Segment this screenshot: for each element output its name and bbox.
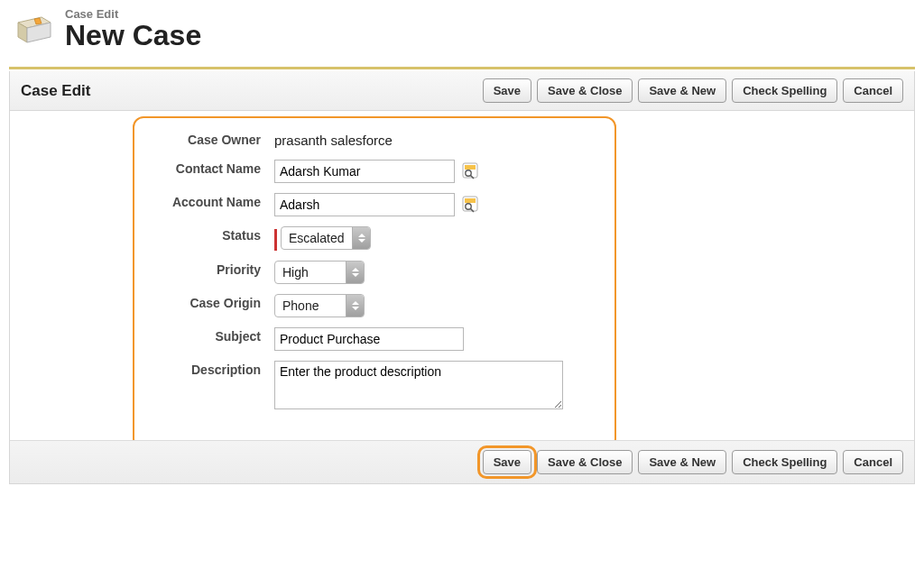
row-status: Status Escalated	[19, 225, 564, 252]
label-account-name: Account Name	[19, 191, 273, 217]
save-button[interactable]: Save	[483, 78, 531, 103]
page-header: Case Edit New Case	[14, 7, 915, 52]
footer-bar: Save Save & Close Save & New Check Spell…	[10, 440, 914, 483]
accent-rule	[9, 67, 915, 69]
chevron-updown-icon	[352, 227, 370, 249]
status-value: Escalated	[282, 228, 352, 248]
svg-rect-9	[465, 198, 476, 203]
row-case-origin: Case Origin Phone	[19, 292, 564, 318]
priority-value: High	[275, 262, 346, 282]
account-name-input[interactable]	[274, 193, 455, 216]
cancel-button[interactable]: Cancel	[843, 78, 903, 103]
status-select[interactable]: Escalated	[281, 226, 371, 250]
save-close-button-bottom[interactable]: Save & Close	[537, 450, 633, 474]
top-button-bar: Save Save & Close Save & New Check Spell…	[483, 78, 903, 103]
required-indicator	[274, 229, 277, 251]
chevron-updown-icon	[346, 295, 364, 317]
label-contact-name: Contact Name	[19, 158, 273, 184]
label-priority: Priority	[19, 259, 273, 285]
form-area: Case Owner prasanth salesforce Contact N…	[10, 111, 914, 440]
page-title: New Case	[65, 19, 201, 52]
description-textarea[interactable]	[274, 361, 563, 409]
svg-rect-5	[465, 165, 476, 170]
label-case-origin: Case Origin	[19, 292, 273, 318]
form-table: Case Owner prasanth salesforce Contact N…	[19, 122, 564, 420]
cancel-button-bottom[interactable]: Cancel	[843, 450, 903, 474]
label-subject: Subject	[19, 326, 273, 352]
subject-input[interactable]	[274, 327, 464, 351]
row-contact-name: Contact Name	[19, 158, 564, 184]
row-priority: Priority High	[19, 259, 564, 285]
lookup-icon[interactable]	[460, 161, 480, 183]
case-edit-panel: Case Edit Save Save & Close Save & New C…	[9, 71, 915, 484]
label-status: Status	[19, 225, 273, 252]
case-icon	[14, 14, 54, 46]
save-new-button[interactable]: Save & New	[638, 78, 726, 103]
save-button-bottom[interactable]: Save	[483, 450, 531, 474]
row-description: Description	[19, 359, 564, 413]
case-origin-value: Phone	[275, 296, 346, 316]
save-new-button-bottom[interactable]: Save & New	[638, 450, 726, 474]
label-description: Description	[19, 359, 273, 413]
case-owner-value: prasanth salesforce	[274, 131, 393, 148]
chevron-updown-icon	[346, 262, 364, 283]
check-spelling-button-bottom[interactable]: Check Spelling	[732, 450, 837, 474]
panel-title: Case Edit	[21, 82, 90, 100]
lookup-icon[interactable]	[460, 194, 480, 216]
row-account-name: Account Name	[19, 191, 564, 217]
panel-header: Case Edit Save Save & Close Save & New C…	[10, 71, 914, 111]
check-spelling-button[interactable]: Check Spelling	[732, 78, 837, 103]
contact-name-input[interactable]	[274, 160, 455, 183]
row-case-owner: Case Owner prasanth salesforce	[19, 129, 564, 151]
save-close-button[interactable]: Save & Close	[537, 78, 633, 103]
priority-select[interactable]: High	[274, 261, 365, 284]
case-origin-select[interactable]: Phone	[274, 294, 365, 317]
row-subject: Subject	[19, 326, 564, 352]
label-case-owner: Case Owner	[19, 129, 273, 151]
bottom-button-bar: Save Save & Close Save & New Check Spell…	[21, 450, 903, 474]
